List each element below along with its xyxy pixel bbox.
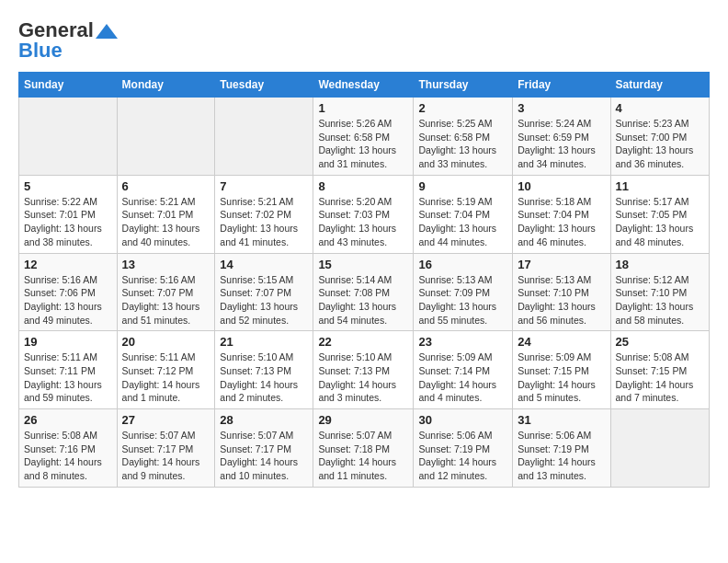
calendar-week-row: 12Sunrise: 5:16 AMSunset: 7:06 PMDayligh… [19, 253, 710, 331]
day-info: Sunrise: 5:24 AMSunset: 6:59 PMDaylight:… [518, 117, 605, 171]
day-number: 11 [616, 179, 705, 193]
calendar-table: SundayMondayTuesdayWednesdayThursdayFrid… [18, 72, 710, 488]
day-info: Sunrise: 5:08 AMSunset: 7:16 PMDaylight:… [24, 429, 112, 483]
day-info: Sunrise: 5:22 AMSunset: 7:01 PMDaylight:… [24, 195, 112, 249]
calendar-cell: 3Sunrise: 5:24 AMSunset: 6:59 PMDaylight… [513, 98, 610, 176]
page-header: General Blue [18, 18, 710, 63]
day-info: Sunrise: 5:08 AMSunset: 7:15 PMDaylight:… [616, 350, 705, 405]
day-info: Sunrise: 5:07 AMSunset: 7:17 PMDaylight:… [220, 429, 308, 483]
day-info: Sunrise: 5:12 AMSunset: 7:10 PMDaylight:… [616, 273, 705, 327]
day-number: 16 [418, 258, 507, 271]
day-number: 27 [122, 413, 210, 427]
weekday-header: Wednesday [313, 73, 414, 98]
calendar-week-row: 5Sunrise: 5:22 AMSunset: 7:01 PMDaylight… [19, 175, 710, 253]
day-info: Sunrise: 5:26 AMSunset: 6:58 PMDaylight:… [318, 117, 408, 171]
day-number: 25 [616, 335, 705, 349]
day-number: 24 [518, 335, 605, 349]
day-info: Sunrise: 5:06 AMSunset: 7:19 PMDaylight:… [418, 429, 507, 483]
day-info: Sunrise: 5:09 AMSunset: 7:14 PMDaylight:… [418, 350, 507, 405]
day-info: Sunrise: 5:07 AMSunset: 7:17 PMDaylight:… [122, 429, 210, 483]
calendar-cell: 2Sunrise: 5:25 AMSunset: 6:58 PMDaylight… [414, 98, 513, 176]
calendar-cell [215, 98, 313, 176]
day-info: Sunrise: 5:13 AMSunset: 7:09 PMDaylight:… [418, 273, 507, 327]
calendar-cell: 21Sunrise: 5:10 AMSunset: 7:13 PMDayligh… [215, 331, 313, 409]
calendar-cell: 16Sunrise: 5:13 AMSunset: 7:09 PMDayligh… [414, 253, 513, 331]
calendar-cell: 19Sunrise: 5:11 AMSunset: 7:11 PMDayligh… [19, 331, 118, 409]
day-info: Sunrise: 5:14 AMSunset: 7:08 PMDaylight:… [318, 273, 408, 327]
day-info: Sunrise: 5:19 AMSunset: 7:04 PMDaylight:… [418, 195, 507, 249]
calendar-cell: 31Sunrise: 5:06 AMSunset: 7:19 PMDayligh… [513, 409, 610, 488]
weekday-header: Tuesday [215, 73, 313, 98]
calendar-cell: 7Sunrise: 5:21 AMSunset: 7:02 PMDaylight… [215, 175, 313, 253]
calendar-cell: 6Sunrise: 5:21 AMSunset: 7:01 PMDaylight… [117, 175, 215, 253]
calendar-cell: 1Sunrise: 5:26 AMSunset: 6:58 PMDaylight… [313, 98, 414, 176]
calendar-cell: 27Sunrise: 5:07 AMSunset: 7:17 PMDayligh… [117, 409, 215, 488]
day-number: 19 [24, 335, 112, 349]
day-number: 30 [418, 413, 507, 427]
day-info: Sunrise: 5:10 AMSunset: 7:13 PMDaylight:… [220, 350, 308, 405]
day-number: 20 [122, 335, 210, 349]
day-number: 29 [318, 413, 408, 427]
day-number: 28 [220, 413, 308, 427]
day-info: Sunrise: 5:15 AMSunset: 7:07 PMDaylight:… [220, 273, 308, 327]
day-number: 3 [518, 101, 605, 115]
calendar-cell: 24Sunrise: 5:09 AMSunset: 7:15 PMDayligh… [513, 331, 610, 409]
calendar-cell: 5Sunrise: 5:22 AMSunset: 7:01 PMDaylight… [19, 175, 118, 253]
svg-marker-0 [96, 24, 118, 39]
day-info: Sunrise: 5:20 AMSunset: 7:03 PMDaylight:… [318, 195, 408, 249]
calendar-cell: 29Sunrise: 5:07 AMSunset: 7:18 PMDayligh… [313, 409, 414, 488]
day-number: 13 [122, 258, 210, 271]
calendar-week-row: 26Sunrise: 5:08 AMSunset: 7:16 PMDayligh… [19, 409, 710, 488]
day-number: 5 [24, 179, 112, 193]
day-info: Sunrise: 5:25 AMSunset: 6:58 PMDaylight:… [418, 117, 507, 171]
day-info: Sunrise: 5:13 AMSunset: 7:10 PMDaylight:… [518, 273, 605, 327]
day-number: 31 [518, 413, 605, 427]
calendar-cell: 22Sunrise: 5:10 AMSunset: 7:13 PMDayligh… [313, 331, 414, 409]
calendar-cell: 12Sunrise: 5:16 AMSunset: 7:06 PMDayligh… [19, 253, 118, 331]
calendar-cell [19, 98, 118, 176]
day-number: 9 [418, 179, 507, 193]
weekday-header: Friday [513, 73, 610, 98]
weekday-header: Thursday [414, 73, 513, 98]
day-number: 8 [318, 179, 408, 193]
day-info: Sunrise: 5:07 AMSunset: 7:18 PMDaylight:… [318, 429, 408, 483]
logo: General Blue [18, 18, 119, 63]
calendar-body: 1Sunrise: 5:26 AMSunset: 6:58 PMDaylight… [19, 98, 710, 488]
day-number: 7 [220, 179, 308, 193]
day-info: Sunrise: 5:18 AMSunset: 7:04 PMDaylight:… [518, 195, 605, 249]
weekday-header: Saturday [610, 73, 710, 98]
calendar-cell: 30Sunrise: 5:06 AMSunset: 7:19 PMDayligh… [414, 409, 513, 488]
day-number: 22 [318, 335, 408, 349]
day-info: Sunrise: 5:09 AMSunset: 7:15 PMDaylight:… [518, 350, 605, 405]
calendar-cell: 18Sunrise: 5:12 AMSunset: 7:10 PMDayligh… [610, 253, 710, 331]
day-number: 26 [24, 413, 112, 427]
calendar-cell: 14Sunrise: 5:15 AMSunset: 7:07 PMDayligh… [215, 253, 313, 331]
calendar-cell: 9Sunrise: 5:19 AMSunset: 7:04 PMDaylight… [414, 175, 513, 253]
day-info: Sunrise: 5:21 AMSunset: 7:01 PMDaylight:… [122, 195, 210, 249]
calendar-cell: 13Sunrise: 5:16 AMSunset: 7:07 PMDayligh… [117, 253, 215, 331]
day-number: 10 [518, 179, 605, 193]
calendar-cell: 26Sunrise: 5:08 AMSunset: 7:16 PMDayligh… [19, 409, 118, 488]
calendar-cell: 25Sunrise: 5:08 AMSunset: 7:15 PMDayligh… [610, 331, 710, 409]
calendar-cell: 17Sunrise: 5:13 AMSunset: 7:10 PMDayligh… [513, 253, 610, 331]
day-number: 4 [616, 101, 705, 115]
calendar-week-row: 19Sunrise: 5:11 AMSunset: 7:11 PMDayligh… [19, 331, 710, 409]
calendar-cell [610, 409, 710, 488]
calendar-cell: 20Sunrise: 5:11 AMSunset: 7:12 PMDayligh… [117, 331, 215, 409]
calendar-cell: 11Sunrise: 5:17 AMSunset: 7:05 PMDayligh… [610, 175, 710, 253]
day-info: Sunrise: 5:16 AMSunset: 7:06 PMDaylight:… [24, 273, 112, 327]
day-number: 14 [220, 258, 308, 271]
calendar-header: SundayMondayTuesdayWednesdayThursdayFrid… [19, 73, 710, 98]
day-number: 12 [24, 258, 112, 271]
day-number: 6 [122, 179, 210, 193]
day-info: Sunrise: 5:06 AMSunset: 7:19 PMDaylight:… [518, 429, 605, 483]
day-number: 1 [318, 101, 408, 115]
day-info: Sunrise: 5:21 AMSunset: 7:02 PMDaylight:… [220, 195, 308, 249]
day-number: 18 [616, 258, 705, 271]
weekday-header: Sunday [19, 73, 118, 98]
logo-blue-text: Blue [18, 39, 63, 63]
day-number: 21 [220, 335, 308, 349]
calendar-cell: 15Sunrise: 5:14 AMSunset: 7:08 PMDayligh… [313, 253, 414, 331]
calendar-cell: 4Sunrise: 5:23 AMSunset: 7:00 PMDaylight… [610, 98, 710, 176]
day-number: 2 [418, 101, 507, 115]
